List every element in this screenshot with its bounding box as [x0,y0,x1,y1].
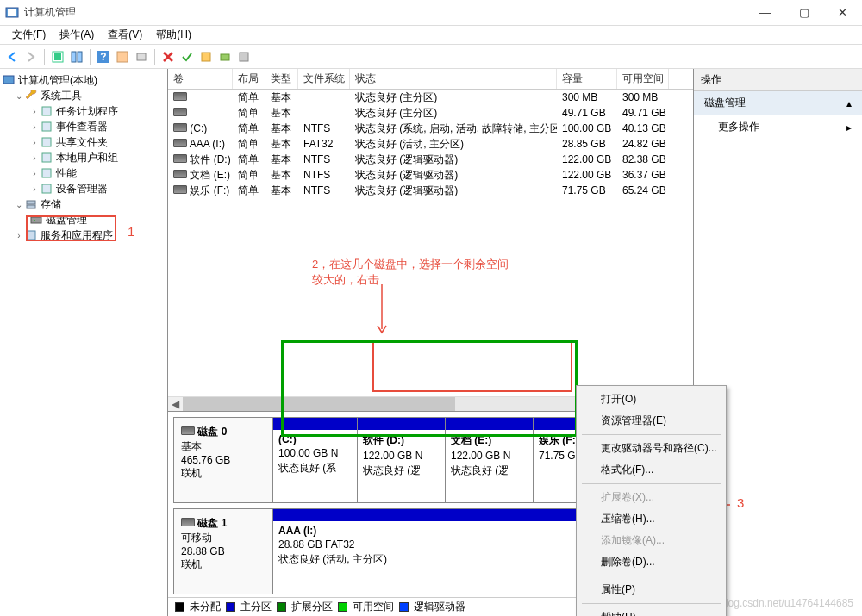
disk-mgmt-icon [29,213,43,227]
disk-icon [173,170,187,178]
ctx-mirror: 添加镜像(A)... [578,530,724,551]
col-volume[interactable]: 卷 [168,69,233,89]
tool-btn-6[interactable] [197,48,215,65]
tree-root[interactable]: 计算机管理(本地) [2,72,166,88]
expand-icon[interactable]: ⌄ [14,200,24,209]
toolbar: ? [0,45,862,69]
volume-table-body: 简单基本状态良好 (主分区)300 MB300 MB 简单基本状态良好 (主分区… [168,90,693,210]
actions-diskmgr-row[interactable]: 磁盘管理 ▴ [694,91,862,115]
legend-primary: 主分区 [240,600,272,614]
tool-btn-8[interactable] [235,48,253,65]
ctx-shrink[interactable]: 压缩卷(H)... [578,508,724,530]
partition-header-bar [273,418,357,430]
actions-header: 操作 [694,69,862,91]
actions-more-row[interactable]: 更多操作 ▸ [694,115,862,139]
ctx-open[interactable]: 打开(O) [578,389,724,410]
tree-item-label: 性能 [56,166,77,181]
partition-label: 文档 (E:) [451,433,528,448]
partition[interactable]: 软件 (D:)122.00 GB N状态良好 (逻 [358,418,446,502]
partition-label: 软件 (D:) [363,433,440,448]
menu-file[interactable]: 文件(F) [5,26,53,44]
back-button[interactable] [3,48,21,65]
col-layout[interactable]: 布局 [233,69,265,89]
close-button[interactable]: ✕ [823,0,862,25]
tree-item[interactable]: ›事件查看器 [2,119,166,134]
ctx-format[interactable]: 格式化(F)... [578,459,724,481]
services-icon [24,228,38,242]
svg-rect-1 [8,9,16,16]
ctx-help[interactable]: 帮助(H) [578,607,724,616]
legend-ext: 扩展分区 [291,600,333,614]
col-free[interactable]: 可用空间 [617,69,669,89]
expand-icon[interactable]: › [14,231,24,240]
tree-item[interactable]: ›任务计划程序 [2,103,166,119]
tool-btn-4[interactable] [133,48,150,65]
svg-rect-14 [42,107,51,115]
tree-item[interactable]: ›共享文件夹 [2,134,166,150]
tree-disk-mgmt[interactable]: 磁盘管理 [2,212,166,227]
svg-rect-21 [27,205,35,208]
actions-diskmgr-label: 磁盘管理 [704,96,746,110]
partition[interactable]: 文档 (E:)122.00 GB N状态良好 (逻 [446,418,534,502]
forward-button[interactable] [22,48,40,65]
tree-item[interactable]: ›本地用户和组 [2,150,166,165]
collapse-icon: ▴ [846,97,852,109]
svg-rect-18 [42,169,51,177]
shared-folders-icon [40,135,53,149]
menu-help[interactable]: 帮助(H) [149,26,198,44]
tree-root-label: 计算机管理(本地) [18,73,97,88]
app-icon [5,6,19,20]
minimize-button[interactable]: — [746,0,784,25]
expand-icon[interactable]: ⌄ [14,91,24,101]
tool-btn-2[interactable] [68,48,85,65]
ctx-delete[interactable]: 删除卷(D)... [578,551,724,573]
partition-size: 122.00 GB N [363,450,440,462]
svg-rect-4 [72,52,76,62]
disk-icon [173,154,187,163]
menu-view[interactable]: 查看(V) [101,26,149,44]
maximize-button[interactable]: ▢ [784,0,823,25]
col-filesystem[interactable]: 文件系统 [298,69,350,89]
col-type[interactable]: 类型 [265,69,298,89]
chevron-right-icon: ▸ [846,121,852,134]
legend-swatch-primary [226,602,235,612]
svg-point-23 [34,220,35,221]
delete-icon[interactable] [159,48,177,65]
partition-status: 状态良好 (逻 [451,464,528,478]
disk-header[interactable]: 磁盘 1可移动28.88 GB联机 [174,509,273,594]
tree-services[interactable]: › 服务和应用程序 [2,227,166,243]
svg-rect-24 [27,231,35,240]
svg-rect-15 [42,122,51,131]
tree-systools[interactable]: ⌄ 系统工具 [2,88,166,103]
ctx-properties[interactable]: 属性(P) [578,579,724,600]
tree-item-label: 设备管理器 [56,182,108,196]
col-status[interactable]: 状态 [350,69,557,89]
partition[interactable]: (C:)100.00 GB N状态良好 (系 [273,418,358,502]
tool-btn-3[interactable] [114,48,131,65]
svg-rect-13 [3,76,14,84]
tree-storage[interactable]: ⌄ 存储 [2,196,166,212]
legend-logical: 逻辑驱动器 [414,600,465,614]
tree-disk-mgmt-label: 磁盘管理 [46,213,87,227]
help-icon[interactable]: ? [95,48,112,65]
tool-btn-5[interactable] [178,48,196,65]
actions-more-label: 更多操作 [718,120,759,134]
scroll-left-icon[interactable]: ◀ [168,396,183,411]
partition-status: 状态良好 (系 [278,461,352,476]
menu-action[interactable]: 操作(A) [53,26,101,44]
disk-header[interactable]: 磁盘 0基本465.76 GB联机 [174,418,273,502]
col-capacity[interactable]: 容量 [557,69,617,89]
partition-header-bar [446,418,533,430]
tree-item-label: 任务计划程序 [56,104,118,119]
ctx-explorer[interactable]: 资源管理器(E) [578,410,724,432]
tree-item[interactable]: ›设备管理器 [2,181,166,196]
tree-item[interactable]: ›性能 [2,165,166,181]
ctx-change-letter[interactable]: 更改驱动器号和路径(C)... [578,438,724,459]
disk-icon [173,92,187,101]
tree-item-label: 本地用户和组 [56,151,118,165]
computer-mgmt-icon [2,73,16,87]
tool-btn-7[interactable] [216,48,234,65]
menu-bar: 文件(F) 操作(A) 查看(V) 帮助(H) [0,26,862,45]
tool-btn-1[interactable] [49,48,66,65]
table-row[interactable]: 娱乐 (F:)简单基本NTFS状态良好 (逻辑驱动器)71.75 GB65.24… [168,183,693,198]
